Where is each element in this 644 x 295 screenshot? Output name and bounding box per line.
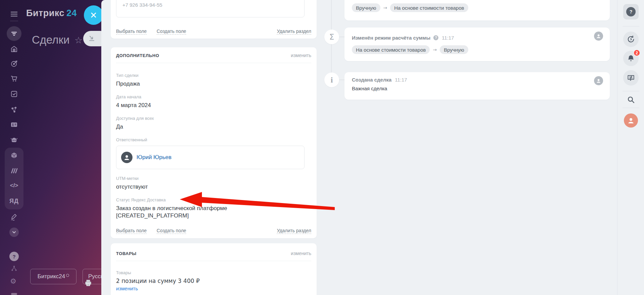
responsible-user-box[interactable]: Юрий Юрьев <box>116 146 305 169</box>
search-icon <box>627 95 635 104</box>
timeline-entry-time: 11:17 <box>442 35 454 41</box>
divider <box>116 63 311 63</box>
toolbar-border <box>617 0 618 295</box>
m-logo-icon[interactable] <box>10 167 18 175</box>
sum-mode-event-icon: Σ <box>324 30 339 44</box>
timeline-entry-body: Важная сделка <box>352 86 602 91</box>
delete-section-link[interactable]: Удалить раздел <box>277 28 311 34</box>
old-value-chip: Вручную <box>352 3 380 12</box>
create-field-link[interactable]: Создать поле <box>157 28 186 34</box>
field-deal-type: Тип сделки Продажа <box>116 72 311 88</box>
new-value-chip: Вручную <box>440 45 468 54</box>
additional-section-card: ДОПОЛНИТЕЛЬНО изменить Тип сделки Продаж… <box>111 47 317 238</box>
page-title: Сделки <box>32 34 69 46</box>
logo-number: 24 <box>66 8 77 18</box>
timeline-entry-title: Изменён режим расчёта суммы <box>352 35 430 41</box>
cube-icon[interactable] <box>10 151 18 159</box>
sync-bolt-icon <box>627 35 635 44</box>
yandex-delivery-icon[interactable]: ЯД <box>5 198 23 205</box>
bitrix24-footer-button[interactable]: Битрикс24 <box>30 269 76 284</box>
logo-brand: Битрикс <box>26 8 64 18</box>
bitrix-logo: Битрикс24 <box>26 8 77 18</box>
timeline-entry-time: 11:17 <box>395 77 407 83</box>
arrow-right-icon: → <box>383 5 387 10</box>
toolbar-divider <box>623 91 639 91</box>
field-responsible: Ответственный Юрий Юрьев <box>116 137 311 169</box>
signature-pencil-icon[interactable] <box>10 213 18 221</box>
section-edit-link[interactable]: изменить <box>291 53 311 58</box>
person-icon <box>627 116 635 125</box>
select-field-link[interactable]: Выбрать поле <box>116 228 147 234</box>
sidebar-help-button[interactable]: ? <box>9 252 19 261</box>
profile-avatar[interactable] <box>624 113 638 128</box>
close-slider-button[interactable] <box>84 5 103 25</box>
field-products: Товары 2 позиции на сумму 3 400 ₽ измени… <box>116 270 311 291</box>
code-app-icon[interactable]: </> <box>5 182 23 189</box>
select-field-link[interactable]: Выбрать поле <box>116 28 147 34</box>
question-icon: ? <box>626 7 636 16</box>
products-edit-link[interactable]: изменить <box>116 286 311 291</box>
delete-section-link[interactable]: Удалить раздел <box>277 228 311 234</box>
chevron-down-icon <box>12 230 16 235</box>
field-utm: UTM-метки отсутствуют <box>116 176 311 191</box>
help-badge-icon[interactable]: ? <box>433 35 438 40</box>
favorite-star-icon[interactable]: ☆ <box>74 35 83 45</box>
share-nodes-icon[interactable] <box>10 264 18 273</box>
field-start-date: Дата начала 4 марта 2024 <box>116 94 311 109</box>
timeline-entry-title: Создана сделка <box>352 77 391 83</box>
contact-section-card: +7 926 334-94-55 Выбрать поле Создать по… <box>111 0 317 39</box>
avatar <box>121 152 132 163</box>
search-button[interactable] <box>627 95 635 104</box>
screen: Битрикс24 Сделки ☆ <box>0 0 644 295</box>
create-field-link[interactable]: Создать поле <box>157 228 186 234</box>
author-avatar <box>594 76 603 85</box>
info-event-icon: i <box>324 72 339 87</box>
collapse-menu-button[interactable] <box>9 228 19 237</box>
network-nodes-icon[interactable] <box>10 106 18 114</box>
responsible-user-name[interactable]: Юрий Юрьев <box>137 154 171 161</box>
toolbar-divider <box>623 26 639 27</box>
divider <box>116 261 311 261</box>
arrow-right-icon: → <box>433 47 437 52</box>
field-yandex-delivery-status: Статус Яндекс Доставка Заказ создан в ло… <box>116 197 311 219</box>
printer-icon[interactable] <box>84 279 93 287</box>
author-avatar <box>594 32 603 41</box>
timeline-entry[interactable]: Создана сделка 11:17 Важная сделка <box>344 72 610 100</box>
help-button[interactable]: ? <box>623 4 639 19</box>
sidebar-divider <box>10 21 18 21</box>
hamburger-menu-icon[interactable] <box>10 10 18 18</box>
sidebar-item-crm-active[interactable] <box>7 26 21 41</box>
cart-icon[interactable] <box>10 75 18 83</box>
target-icon[interactable] <box>10 60 18 68</box>
field-available-for-all: Доступна для всех Да <box>116 115 311 131</box>
person-icon <box>123 154 130 161</box>
deal-slider-panel: +7 926 334-94-55 Выбрать поле Создать по… <box>101 0 644 295</box>
question-mark: ? <box>12 254 15 259</box>
contact-card-icon[interactable] <box>10 120 18 129</box>
phone-value: +7 926 334-94-55 <box>122 2 162 8</box>
chat-arrows-icon <box>627 73 635 82</box>
timeline-entry[interactable]: Вручную → На основе стоимости товаров <box>344 0 610 20</box>
close-icon <box>91 12 97 18</box>
tasks-checkbox-icon[interactable] <box>10 90 18 98</box>
partial-bottom-icon <box>11 293 17 295</box>
gear-icon[interactable]: ⚙ <box>10 277 16 285</box>
toolbar-divider <box>623 108 639 108</box>
person-icon <box>596 78 601 84</box>
phone-field[interactable]: +7 926 334-94-55 <box>116 0 305 17</box>
notifications-button[interactable]: 2 <box>623 51 639 66</box>
section-edit-link[interactable]: изменить <box>291 251 311 256</box>
messenger-button[interactable] <box>623 70 639 86</box>
collapse-corner-icon <box>88 35 96 43</box>
funnel-icon <box>10 30 18 38</box>
timeline-entry[interactable]: Изменён режим расчёта суммы ? 11:17 На о… <box>344 28 610 61</box>
products-section-card: ТОВАРЫ изменить Товары 2 позиции на сумм… <box>111 243 317 295</box>
store-home-icon[interactable] <box>10 45 18 53</box>
bitrix24-footer-label: Битрикс24 <box>38 273 65 280</box>
clock-icon <box>66 274 69 277</box>
notification-badge: 2 <box>633 49 640 56</box>
robot-icon[interactable] <box>10 136 18 144</box>
old-value-chip: На основе стоимости товаров <box>352 45 430 54</box>
person-icon <box>596 33 601 39</box>
copilot-update-button[interactable] <box>623 32 639 47</box>
